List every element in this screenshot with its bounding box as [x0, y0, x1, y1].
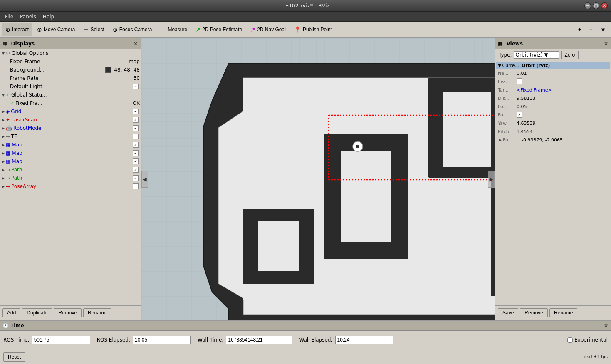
views-focal-check-item[interactable]: Fo... [496, 111, 610, 119]
views-title: Views [506, 41, 523, 47]
views-pitch-item[interactable]: Pitch 1.4554 [496, 127, 610, 136]
rename-button[interactable]: Rename [83, 308, 111, 317]
focus-camera-button[interactable]: ⊕ Focus Camera [109, 23, 156, 36]
publish-point-button[interactable]: 📍 Publish Point [290, 23, 336, 36]
fixed-frame-status-item[interactable]: ✓ Fixed Fra... OK [0, 99, 141, 107]
add-button[interactable]: Add [2, 308, 20, 317]
global-status-item[interactable]: ▼ ✓ Global Statu... [0, 91, 141, 99]
window-controls: ─ □ ✕ [584, 2, 608, 9]
experimental-checkbox[interactable] [567, 337, 573, 343]
focal-check[interactable] [517, 112, 522, 118]
default-light-check[interactable] [133, 84, 139, 89]
menu-panels[interactable]: Panels [17, 13, 40, 20]
viewport[interactable]: ◀ ▶ [141, 38, 495, 320]
duplicate-button[interactable]: Duplicate [22, 308, 52, 317]
views-yaw-item[interactable]: Yaw 4.63539 [496, 119, 610, 127]
invert-check[interactable] [517, 78, 522, 84]
tf-item[interactable]: ▶ ↔ TF [0, 132, 141, 141]
laserscan-item[interactable]: ▶ ✦ LaserScan [0, 116, 141, 124]
select-icon: ▭ [83, 26, 89, 33]
close-button[interactable]: ✕ [601, 2, 608, 9]
measure-button[interactable]: — Measure [156, 23, 191, 36]
zero-button[interactable]: Zero [561, 51, 579, 59]
posearray-item[interactable]: ▶ ↔ PoseArray [0, 182, 141, 191]
ros-time-input[interactable] [32, 336, 90, 344]
minimize-button[interactable]: ─ [584, 2, 591, 9]
path2-item[interactable]: ▶ → Path [0, 174, 141, 182]
add-display-button[interactable]: + [574, 23, 585, 36]
nav-goal-button[interactable]: ↗ 2D Nav Goal [247, 23, 289, 36]
current-view-arrow[interactable]: ▼ [498, 63, 501, 68]
map2-icon: ▦ [6, 150, 10, 156]
path1-arrow[interactable]: ▶ [1, 167, 6, 172]
global-options-arrow[interactable]: ▼ [1, 51, 6, 56]
views-rename-button[interactable]: Rename [549, 308, 577, 317]
wall-time-input[interactable] [226, 336, 292, 344]
posearray-check[interactable] [133, 183, 139, 189]
wall-elapsed-input[interactable] [335, 336, 393, 344]
robotmodel-arrow[interactable]: ▶ [1, 126, 6, 131]
select-button[interactable]: ▭ Select [79, 23, 108, 36]
path2-arrow[interactable]: ▶ [1, 176, 6, 181]
minus-button[interactable]: − [586, 23, 596, 36]
map2-check[interactable] [133, 150, 139, 156]
time-close-button[interactable]: ✕ [604, 322, 609, 329]
robotmodel-check[interactable] [133, 125, 139, 131]
tf-check[interactable] [133, 134, 139, 139]
focal-point-arrow[interactable]: ▶ [498, 137, 503, 142]
views-target-item[interactable]: Tar... <Fixed Frame> [496, 86, 610, 94]
robotmodel-item[interactable]: ▶ 🤖 RobotModel [0, 124, 141, 132]
menu-file[interactable]: File [2, 13, 17, 20]
views-invert-item[interactable]: Inv... [496, 77, 610, 86]
displays-close-button[interactable]: ✕ [133, 40, 138, 47]
pose-estimate-button[interactable]: ↗ 2D Pose Estimate [192, 23, 246, 36]
reset-button[interactable]: Reset [3, 352, 25, 362]
views-near-item[interactable]: Ne... 0.01 [496, 69, 610, 77]
views-distance-item[interactable]: Dis... 9.58133 [496, 94, 610, 102]
frame-rate-item[interactable]: Frame Rate 30 [0, 74, 141, 82]
map1-arrow[interactable]: ▶ [1, 142, 6, 147]
displays-header: ▦ Displays ✕ [0, 38, 141, 49]
eye-icon: 👁 [601, 27, 606, 32]
views-save-button[interactable]: Save [498, 308, 518, 317]
time-title: Time [10, 323, 24, 329]
tf-arrow[interactable]: ▶ [1, 134, 6, 139]
maximize-button[interactable]: □ [593, 2, 599, 9]
laserscan-check[interactable] [133, 117, 139, 123]
map3-arrow[interactable]: ▶ [1, 159, 6, 164]
default-light-item[interactable]: Default Light [0, 82, 141, 91]
global-status-arrow[interactable]: ▼ [1, 92, 6, 97]
posearray-icon: ↔ [6, 183, 10, 189]
map3-check[interactable] [133, 158, 139, 164]
background-item[interactable]: Background... 48; 48; 48 [0, 66, 141, 74]
path2-check[interactable] [133, 175, 139, 181]
grid-item[interactable]: ▶ ◈ Grid [0, 107, 141, 116]
laserscan-icon: ✦ [6, 117, 10, 123]
interact-button[interactable]: ⊕ Interact [2, 23, 32, 36]
views-focal-point-item[interactable]: ▶ Fo... -0.93379; -2.0065... [496, 136, 610, 144]
global-options-item[interactable]: ▼ ⚙ Global Options [0, 49, 141, 57]
path1-check[interactable] [133, 167, 139, 173]
map1-item[interactable]: ▶ ▦ Map [0, 141, 141, 149]
posearray-arrow[interactable]: ▶ [1, 184, 6, 189]
menu-help[interactable]: Help [40, 13, 57, 20]
map3-item[interactable]: ▶ ▦ Map [0, 157, 141, 166]
path1-item[interactable]: ▶ → Path [0, 166, 141, 174]
grid-arrow[interactable]: ▶ [1, 109, 6, 114]
type-combo[interactable]: Orbit (rviz) ▼ [514, 51, 559, 59]
remove-button[interactable]: Remove [54, 308, 82, 317]
viewport-left-arrow[interactable]: ◀ [141, 171, 148, 188]
fixed-frame-item[interactable]: Fixed Frame map [0, 57, 141, 66]
eye-button[interactable]: 👁 [597, 23, 609, 36]
laserscan-arrow[interactable]: ▶ [1, 117, 6, 122]
views-close-button[interactable]: ✕ [604, 40, 609, 47]
viewport-right-arrow[interactable]: ▶ [488, 171, 495, 188]
views-focal-dist-item[interactable]: Fo... 0.05 [496, 102, 610, 111]
map2-arrow[interactable]: ▶ [1, 151, 6, 156]
grid-check[interactable] [133, 109, 139, 114]
move-camera-button[interactable]: ⊕ Move Camera [33, 23, 79, 36]
map2-item[interactable]: ▶ ▦ Map [0, 149, 141, 157]
views-remove-button[interactable]: Remove [520, 308, 548, 317]
map1-check[interactable] [133, 142, 139, 148]
ros-elapsed-input[interactable] [133, 336, 191, 344]
